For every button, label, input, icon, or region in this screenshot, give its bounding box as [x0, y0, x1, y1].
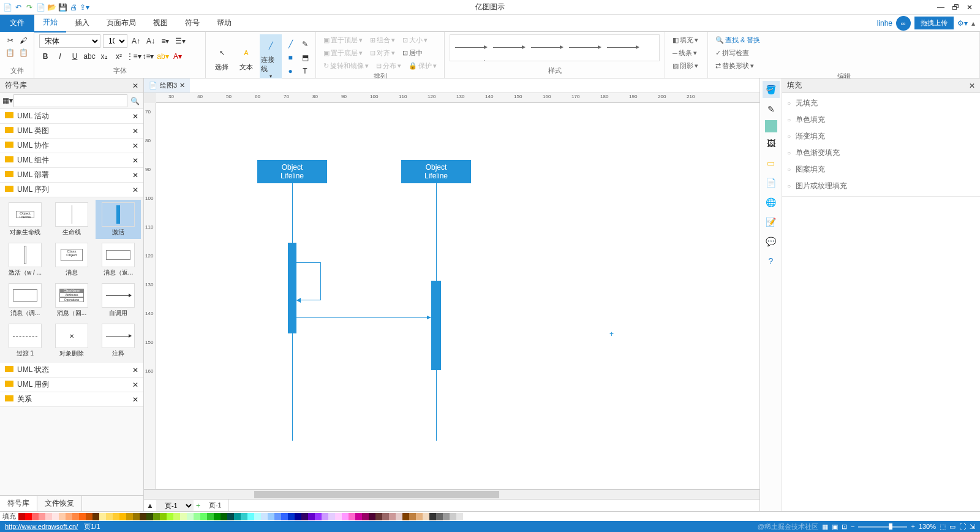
color-swatch[interactable]: [200, 513, 207, 520]
tab-file[interactable]: 文件: [0, 14, 34, 32]
color-swatch[interactable]: [416, 513, 423, 520]
comment-tab-icon[interactable]: 💬: [763, 233, 780, 250]
web-tab-icon[interactable]: 🌐: [763, 194, 780, 211]
rect-tool-icon[interactable]: ■: [284, 51, 296, 64]
fill-button[interactable]: ◧ 填充▾: [670, 34, 703, 46]
color-swatch[interactable]: [79, 513, 86, 520]
color-swatch[interactable]: [301, 513, 308, 520]
color-swatch[interactable]: [402, 513, 409, 520]
cat-uml-component[interactable]: UML 组件✕: [0, 153, 143, 168]
color-swatch[interactable]: [106, 513, 113, 520]
color-swatch[interactable]: [39, 513, 45, 520]
color-swatch[interactable]: [66, 513, 72, 520]
color-swatch[interactable]: [375, 513, 382, 520]
font-size-select[interactable]: 10: [103, 34, 127, 48]
line-tab-icon[interactable]: ✎: [763, 101, 780, 118]
color-swatch[interactable]: [396, 513, 402, 520]
arrow-style-5[interactable]: [607, 38, 638, 48]
image-tab-icon[interactable]: 🖼: [763, 135, 780, 152]
color-swatch[interactable]: [126, 513, 133, 520]
open-icon[interactable]: 📂: [47, 2, 56, 12]
sym-message-reply[interactable]: ClassNameAttributesOperations消息（回...: [49, 281, 94, 320]
tab-layout[interactable]: 页面布局: [98, 14, 145, 32]
color-swatch[interactable]: [25, 513, 32, 520]
color-swatch[interactable]: [456, 513, 463, 520]
fit-icon-1[interactable]: ⬚: [940, 523, 946, 531]
close-button[interactable]: ✕: [967, 3, 973, 12]
redo-icon[interactable]: ↷: [24, 2, 34, 12]
arrow-style-6[interactable]: [455, 53, 486, 61]
fit-icon-4[interactable]: ⇲: [970, 523, 975, 531]
fill-none[interactable]: 无填充: [787, 98, 975, 108]
left-tab-library[interactable]: 符号库: [0, 496, 37, 511]
print-icon[interactable]: 🖨: [69, 2, 78, 12]
color-swatch[interactable]: [342, 513, 349, 520]
color-swatch[interactable]: [450, 513, 456, 520]
settings-icon[interactable]: ⚙▾: [957, 19, 968, 28]
select-tool[interactable]: ↖选择: [211, 42, 233, 73]
activation-2[interactable]: [431, 281, 441, 370]
right-panel-close-icon[interactable]: ✕: [969, 82, 975, 90]
color-tab-icon[interactable]: [765, 120, 777, 132]
color-swatch[interactable]: [308, 513, 315, 520]
save-icon[interactable]: 💾: [58, 2, 67, 12]
color-swatch[interactable]: [261, 513, 268, 520]
text2-icon[interactable]: T: [299, 65, 311, 77]
undo-icon[interactable]: ↶: [13, 2, 23, 12]
align-button[interactable]: ⊟ 对齐▾: [368, 47, 398, 59]
color-swatch[interactable]: [18, 513, 25, 520]
status-url[interactable]: http://www.edrawsoft.cn/: [5, 523, 78, 530]
cat-uml-usecase[interactable]: UML 用例✕: [0, 378, 143, 392]
color-swatch[interactable]: [52, 513, 59, 520]
paste-icon[interactable]: 📋: [18, 47, 29, 59]
message-arrow[interactable]: [296, 317, 431, 318]
color-swatch[interactable]: [221, 513, 227, 520]
view-mode-icon-2[interactable]: ▣: [832, 523, 838, 531]
left-tab-restore[interactable]: 文件恢复: [37, 496, 82, 511]
sym-activation-w[interactable]: 激活（w / ...: [2, 240, 48, 279]
color-swatch[interactable]: [382, 513, 389, 520]
fill-mono-gradient[interactable]: 单色渐变填充: [787, 148, 975, 158]
view-mode-icon-3[interactable]: ⊡: [842, 523, 847, 531]
find-replace-button[interactable]: 🔍 查找 & 替换: [713, 34, 974, 46]
shadow-button[interactable]: ▨ 阴影▾: [670, 60, 703, 72]
cat-uml-class[interactable]: UML 类图✕: [0, 124, 143, 139]
view-mode-icon-1[interactable]: ▦: [822, 523, 828, 531]
collapse-ribbon-icon[interactable]: ▴: [971, 19, 975, 28]
color-swatch[interactable]: [207, 513, 214, 520]
distribute-button[interactable]: ⊟ 分布▾: [374, 60, 404, 72]
rotate-button[interactable]: ↻ 旋转和镜像▾: [321, 60, 371, 72]
page-tab-icon[interactable]: 📄: [763, 174, 780, 191]
user-name[interactable]: linhe: [877, 19, 892, 28]
sym-transition[interactable]: 过渡 1: [2, 321, 48, 360]
restore-button[interactable]: 🗗: [952, 3, 959, 12]
color-swatch[interactable]: [180, 513, 187, 520]
zoom-level[interactable]: 130%: [919, 523, 936, 530]
color-swatch[interactable]: [295, 513, 301, 520]
color-swatch[interactable]: [247, 513, 254, 520]
color-swatch[interactable]: [429, 513, 436, 520]
bring-front-button[interactable]: ▣ 置于顶层▾: [321, 34, 365, 46]
cat-uml-activity[interactable]: UML 活动✕: [0, 109, 143, 124]
panel-close-icon[interactable]: ✕: [132, 82, 138, 90]
italic-button[interactable]: I: [54, 50, 66, 63]
sym-lifeline[interactable]: 生命线: [49, 200, 94, 239]
arrow-style-1[interactable]: [455, 38, 486, 48]
object-lifeline-1[interactable]: ObjectLifeline: [257, 160, 327, 183]
fit-icon-2[interactable]: ▭: [949, 523, 956, 531]
protect-button[interactable]: 🔒 保护▾: [406, 60, 439, 72]
color-swatch[interactable]: [443, 513, 450, 520]
fill-tab-icon[interactable]: 🪣: [763, 81, 780, 98]
color-swatch[interactable]: [241, 513, 247, 520]
align-icon[interactable]: ≡▾: [159, 35, 172, 47]
font-name-select[interactable]: 宋体: [39, 34, 100, 48]
fill-image[interactable]: 图片或纹理填充: [787, 181, 975, 191]
tab-view[interactable]: 视图: [145, 14, 176, 32]
line-button[interactable]: ─ 线条▾: [670, 47, 703, 59]
arrow-style-2[interactable]: [493, 38, 524, 48]
sym-note[interactable]: 注释: [96, 321, 141, 360]
search-icon[interactable]: 🔍: [127, 94, 142, 107]
color-swatch[interactable]: [59, 513, 66, 520]
minimize-button[interactable]: —: [937, 3, 944, 12]
color-swatch[interactable]: [268, 513, 274, 520]
